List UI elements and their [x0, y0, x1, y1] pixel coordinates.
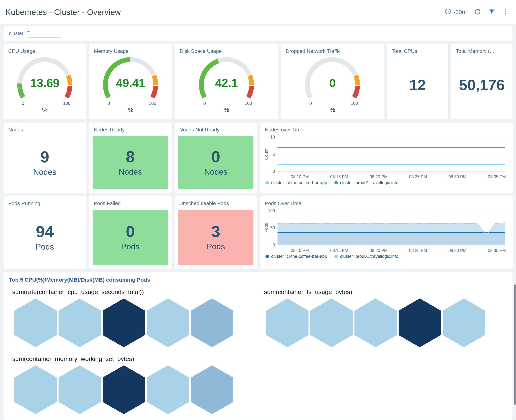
hex-cell[interactable] — [59, 298, 101, 347]
legend-item[interactable]: cluster=cl-the-coffee-bar-app — [266, 254, 327, 259]
hex-cell[interactable] — [103, 298, 145, 347]
svg-text:08:35 PM: 08:35 PM — [488, 248, 506, 253]
legend-item[interactable]: cluster=prod01.travellogic.info — [334, 254, 398, 259]
hex-cell[interactable] — [266, 298, 309, 347]
pods-row: Pods Running 94 Pods Pods Failed 0 Pods … — [3, 196, 513, 269]
cluster-filter-input[interactable]: * — [28, 29, 61, 38]
panel-nodes: Nodes 9 Nodes — [3, 122, 86, 193]
header-actions: -30m — [445, 8, 510, 16]
panel-title: Pods Running — [3, 196, 86, 206]
hex-cell[interactable] — [147, 365, 189, 414]
hex-cell[interactable] — [59, 365, 101, 414]
svg-text:08:15 PM: 08:15 PM — [330, 248, 348, 253]
svg-text:08:30 PM: 08:30 PM — [448, 174, 466, 179]
gauge-min-label: 0 — [199, 101, 210, 106]
panel-title: Memory Usage — [89, 44, 172, 54]
dashboard-body: cluster * CPU Usage 13.69 0 100 % Memory… — [0, 26, 516, 420]
panel-disk-space-usage: Disk Space Usage 42.1 0 100 % — [175, 44, 278, 120]
svg-text:100: 100 — [268, 208, 275, 213]
svg-text:08:10 PM: 08:10 PM — [291, 174, 309, 179]
gauge-unit-label: % — [7, 106, 83, 113]
nodes-not-ready-tile: 0 Nodes — [178, 136, 253, 189]
legend-item[interactable]: cluster=cl-the-coffee-bar-app — [266, 180, 327, 185]
hex-cell[interactable] — [191, 365, 233, 414]
funnel-icon — [488, 8, 495, 16]
filter-bar: cluster * — [3, 26, 513, 41]
nodes-ready-tile: 8 Nodes — [93, 136, 168, 189]
gauge-value: 0 — [294, 76, 371, 90]
hex-cell[interactable] — [15, 298, 57, 347]
hex-row — [9, 298, 261, 347]
vertical-scrollbar[interactable] — [514, 284, 516, 405]
legend-item[interactable]: cluster=prod01.travellogic.info — [334, 180, 398, 185]
section-title: Top 5 CPU(%)/Memory(MB)/Disk(MB) consumi… — [9, 277, 513, 283]
svg-text:10: 10 — [270, 135, 275, 139]
panel-title: Pods Failed — [89, 196, 172, 206]
refresh-button[interactable] — [474, 8, 481, 16]
legend-dot — [334, 181, 338, 185]
tile-value: 0 — [126, 224, 135, 240]
svg-text:0: 0 — [273, 243, 275, 247]
panel-memory-usage: Memory Usage 49.41 0 100 % — [89, 44, 172, 120]
pods-running-tile: 94 Pods — [3, 206, 86, 269]
panel-pods-running: Pods Running 94 Pods — [3, 196, 86, 269]
panel-title: Dropped Network Traffic — [281, 44, 384, 54]
panel-title: CPU Usage — [3, 44, 86, 54]
tile-value: 9 — [40, 149, 49, 165]
honeycomb-title: sum(container_memory_working_set_bytes) — [12, 355, 261, 362]
tile-label: Nodes — [204, 167, 227, 176]
hex-cell[interactable] — [355, 298, 397, 347]
panel-title: Total CPUs — [387, 44, 448, 54]
hex-cell[interactable] — [147, 298, 189, 347]
tile-label: Pods — [207, 242, 225, 251]
hex-cell[interactable] — [191, 298, 233, 347]
hex-cell[interactable] — [310, 298, 353, 347]
svg-text:08:15 PM: 08:15 PM — [330, 174, 348, 179]
honeycomb-fs-usage: sum(container_fs_usage_bytes) — [261, 288, 513, 347]
gauge-value: 42.1 — [188, 76, 265, 90]
legend-label: cluster=cl-the-coffee-bar-app — [271, 254, 327, 259]
gauge-max-label: 100 — [243, 101, 254, 106]
panel-title: Pods Over Time — [260, 196, 513, 206]
gauge-max-label: 100 — [147, 101, 158, 106]
hex-row — [9, 365, 261, 414]
time-range-button[interactable]: -30m — [445, 8, 467, 16]
hex-row — [261, 298, 513, 347]
hex-cell[interactable] — [103, 365, 145, 414]
time-range-label: -30m — [454, 9, 467, 15]
legend-dot — [266, 181, 269, 185]
tile-value: 94 — [36, 224, 54, 240]
cluster-filter-label: cluster — [9, 31, 23, 36]
tile-label: Pods — [121, 242, 139, 251]
svg-text:Count: Count — [265, 149, 269, 160]
panel-title: Nodes over Time — [260, 122, 513, 133]
panel-title: Unscheduleable Pods — [175, 196, 257, 206]
refresh-icon — [474, 8, 481, 16]
gauge-min-label: 0 — [305, 101, 316, 106]
panel-title: Total Memory (... — [451, 44, 513, 54]
filter-button[interactable] — [488, 8, 495, 16]
hex-cell[interactable] — [399, 298, 441, 347]
honeycomb-memory: sum(container_memory_working_set_bytes) — [9, 355, 261, 414]
tile-label: Pods — [36, 242, 54, 251]
gauge-unit-label: % — [92, 106, 169, 113]
panel-title: Nodes Ready — [89, 122, 172, 133]
cluster-filter-value: * — [28, 29, 30, 36]
total-memory-body: 50,176 — [451, 54, 513, 119]
gauge-value: 49.41 — [92, 76, 169, 90]
hex-cell[interactable] — [15, 365, 57, 414]
total-memory-value: 50,176 — [459, 76, 505, 97]
svg-text:08:25 PM: 08:25 PM — [409, 248, 427, 253]
tile-value: 8 — [126, 149, 135, 165]
chart-legend: cluster=cl-the-coffee-bar-app cluster=pr… — [266, 180, 513, 185]
panel-title: Nodes — [3, 122, 86, 133]
tile-value: 0 — [211, 149, 220, 165]
dropped-traffic-gauge: 0 0 100 % — [294, 56, 371, 113]
tile-label: Nodes — [119, 167, 142, 176]
kebab-menu-button[interactable] — [502, 8, 509, 16]
cpu-usage-gauge: 13.69 0 100 % — [7, 56, 83, 113]
hex-cell[interactable] — [443, 298, 485, 347]
panel-title: Disk Space Usage — [175, 44, 278, 54]
svg-text:08:20 PM: 08:20 PM — [370, 248, 387, 253]
nodes-over-time-chart: 051008:10 PM08:15 PM08:20 PM08:25 PM08:3… — [265, 134, 509, 180]
